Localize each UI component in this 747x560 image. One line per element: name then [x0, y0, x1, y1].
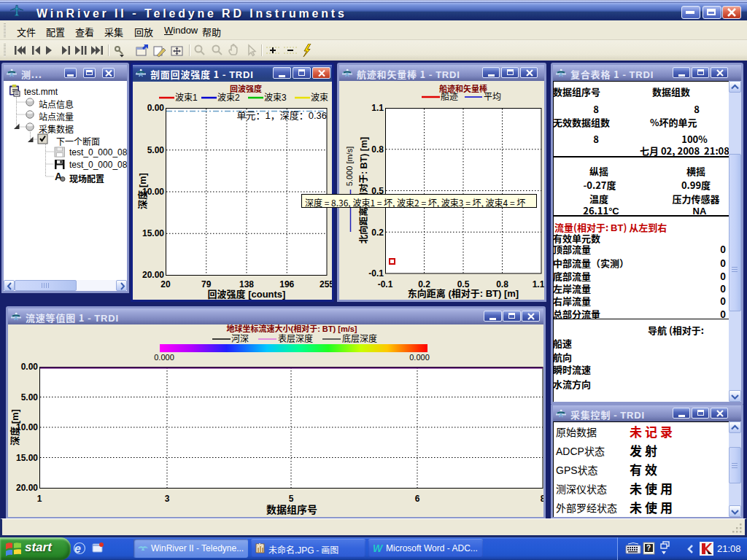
svg-text:0.8: 0.8 [371, 144, 384, 155]
svg-text:1.1: 1.1 [371, 103, 384, 113]
svg-text:5.000 [m/s]: 5.000 [m/s] [345, 147, 354, 186]
svg-text:20.00: 20.00 [16, 483, 38, 493]
svg-text:6: 6 [415, 494, 420, 504]
svg-text:底层深度: 底层深度 [342, 333, 377, 344]
svg-text:20: 20 [160, 279, 171, 289]
svg-text:平均: 平均 [484, 92, 501, 102]
svg-text:北向距离 (相对于: BT) [m]: 北向距离 (相对于: BT) [m] [358, 137, 369, 244]
svg-text:5: 5 [289, 494, 294, 504]
svg-text:0.2: 0.2 [371, 228, 384, 238]
svg-text:表层深度: 表层深度 [278, 333, 313, 344]
svg-text:15.00: 15.00 [142, 228, 164, 238]
svg-text:波束: 波束 [311, 93, 328, 103]
svg-text:深度 [m]: 深度 [m] [9, 409, 20, 446]
svg-text:波束1: 波束1 [175, 93, 198, 103]
svg-text:255: 255 [320, 279, 332, 289]
svg-text:5.00: 5.00 [21, 392, 39, 402]
svg-text:1.1: 1.1 [533, 279, 544, 289]
svg-text:?: ? [646, 544, 651, 552]
svg-text:深度 [m]: 深度 [m] [137, 173, 148, 209]
svg-text:0.00: 0.00 [147, 103, 165, 113]
svg-text:单元：1，深度：0.36: 单元：1，深度：0.36 [236, 110, 327, 121]
svg-text:196: 196 [279, 279, 294, 289]
svg-text:W: W [373, 543, 384, 553]
svg-text:1: 1 [37, 494, 42, 504]
svg-text:船迹: 船迹 [441, 92, 458, 102]
svg-text:3: 3 [165, 494, 170, 504]
svg-text:波束2: 波束2 [217, 93, 240, 103]
svg-text:0.000: 0.000 [154, 353, 174, 362]
svg-text:0.00: 0.00 [21, 362, 39, 372]
svg-text:5.00: 5.00 [147, 145, 165, 155]
svg-text:79: 79 [201, 279, 212, 289]
svg-text:-0.1: -0.1 [378, 279, 393, 289]
svg-text:8: 8 [541, 494, 543, 504]
svg-text:河深: 河深 [231, 334, 249, 344]
svg-text:20.00: 20.00 [142, 270, 164, 280]
svg-text:0.000: 0.000 [409, 353, 430, 362]
svg-text:回波强度 [counts]: 回波强度 [counts] [208, 289, 286, 300]
svg-text:数据组序号: 数据组序号 [266, 504, 317, 516]
svg-text:东向距离 (相对于: BT) [m]: 东向距离 (相对于: BT) [m] [408, 288, 519, 299]
svg-text:138: 138 [239, 279, 254, 289]
svg-text:波束3: 波束3 [264, 93, 287, 103]
svg-text:地球坐标流速大小(相对于: BT) [m/s]: 地球坐标流速大小(相对于: BT) [m/s] [226, 324, 357, 333]
svg-text:-0.1: -0.1 [368, 268, 384, 279]
svg-text:15.00: 15.00 [16, 453, 38, 463]
